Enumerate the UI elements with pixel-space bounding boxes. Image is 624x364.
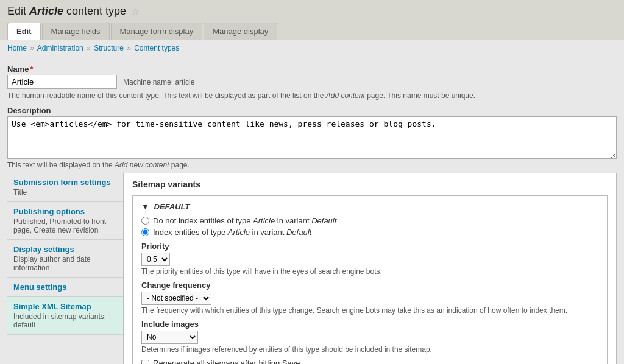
name-required-marker: * xyxy=(30,65,33,74)
name-hint: The human-readable name of this content … xyxy=(7,91,617,100)
sidebar-publishing-title: Publishing options xyxy=(13,207,117,216)
no-index-label: Do not index entities of type Article in… xyxy=(153,216,336,225)
tab-edit[interactable]: Edit xyxy=(7,23,41,40)
tab-manage-display[interactable]: Manage display xyxy=(204,23,277,40)
name-label-text: Name xyxy=(7,65,29,74)
sitemap-inner: ▼ DEFAULT Do not index entities of type … xyxy=(132,195,608,364)
breadcrumb-structure[interactable]: Structure xyxy=(94,44,124,52)
tab-manage-form-display[interactable]: Manage form display xyxy=(111,23,203,40)
breadcrumb-divider-2: » xyxy=(87,44,91,52)
two-col-layout: Submission form settings Title Publishin… xyxy=(7,173,617,364)
index-label: Index entities of type Article in varian… xyxy=(153,228,311,237)
change-freq-hint: The frequency with which entities of thi… xyxy=(141,306,598,315)
name-label: Name* xyxy=(7,65,617,74)
breadcrumb-divider-1: » xyxy=(30,44,34,52)
breadcrumb: Home » Administration » Structure » Cont… xyxy=(0,40,624,56)
sitemap-panel-title: Sitemap variants xyxy=(132,180,608,189)
page-title: Edit Article content type ☆ xyxy=(7,5,617,18)
sidebar-menu-title: Menu settings xyxy=(13,282,117,292)
sidebar-publishing-subtitle: Published, Promoted to front page, Creat… xyxy=(13,217,117,234)
radio-index: Index entities of type Article in varian… xyxy=(141,228,598,237)
regenerate-row: Regenerate all sitemaps after hitting Sa… xyxy=(141,359,598,364)
sidebar-display-subtitle: Display author and date information xyxy=(13,255,117,272)
regenerate-label-group: Regenerate all sitemaps after hitting Sa… xyxy=(153,359,377,364)
breadcrumb-home[interactable]: Home xyxy=(7,44,27,52)
sidebar-submission-title: Submission form settings xyxy=(13,178,117,187)
sidebar-item-submission[interactable]: Submission form settings Title xyxy=(7,173,123,202)
tab-bar: Edit Manage fields Manage form display M… xyxy=(7,23,617,40)
index-radio[interactable] xyxy=(141,228,149,236)
breadcrumb-divider-3: » xyxy=(127,44,131,52)
title-italic: Article xyxy=(29,5,63,17)
machine-name-label: Machine name: article xyxy=(123,78,194,86)
default-variant-label: ▼ DEFAULT xyxy=(141,202,598,211)
sidebar-sitemap-title: Simple XML Sitemap xyxy=(13,302,117,311)
sidebar-item-sitemap[interactable]: Simple XML Sitemap Included in sitemap v… xyxy=(7,297,123,335)
name-row: Machine name: article xyxy=(7,75,617,89)
name-input[interactable] xyxy=(7,75,117,89)
regenerate-label: Regenerate all sitemaps after hitting Sa… xyxy=(153,359,377,364)
sidebar-item-display[interactable]: Display settings Display author and date… xyxy=(7,240,123,278)
triangle-icon: ▼ xyxy=(141,202,149,211)
include-images-hint: Determines if images referenced by entit… xyxy=(141,345,598,354)
title-suffix: content type xyxy=(63,5,126,17)
change-freq-select[interactable]: - Not specified - Always Hourly Daily We… xyxy=(141,292,211,305)
page-wrapper: Edit Article content type ☆ Edit Manage … xyxy=(0,0,624,364)
description-textarea[interactable]: Use <em>articles</em> for time-sensitive… xyxy=(7,116,617,159)
description-hint: This text will be displayed on the Add n… xyxy=(7,161,617,169)
include-images-label: Include images xyxy=(141,320,598,329)
page-header: Edit Article content type ☆ Edit Manage … xyxy=(0,0,624,40)
title-prefix: Edit xyxy=(7,5,29,17)
radio-no-index: Do not index entities of type Article in… xyxy=(141,216,598,225)
description-label: Description xyxy=(7,106,617,115)
no-index-radio[interactable] xyxy=(141,217,149,225)
priority-hint: The priority entities of this type will … xyxy=(141,267,598,276)
change-freq-label: Change frequency xyxy=(141,281,598,290)
sidebar-item-publishing[interactable]: Publishing options Published, Promoted t… xyxy=(7,202,123,240)
sidebar-display-title: Display settings xyxy=(13,245,117,254)
sidebar-item-menu[interactable]: Menu settings xyxy=(7,278,123,297)
sidebar-sitemap-subtitle: Included in sitemap variants: default xyxy=(13,312,117,329)
priority-select[interactable]: 0.5 0.0 0.1 0.2 0.3 0.4 0.6 0.7 0.8 0.9 … xyxy=(141,253,170,266)
sidebar-submission-subtitle: Title xyxy=(13,188,117,197)
sitemap-panel: Sitemap variants ▼ DEFAULT Do not index … xyxy=(123,173,617,364)
favorite-star-icon[interactable]: ☆ xyxy=(132,7,140,16)
settings-sidebar: Submission form settings Title Publishin… xyxy=(7,173,123,364)
breadcrumb-content-types[interactable]: Content types xyxy=(134,44,179,52)
tab-manage-fields[interactable]: Manage fields xyxy=(42,23,110,40)
priority-label: Priority xyxy=(141,242,598,251)
default-label-text: DEFAULT xyxy=(154,202,190,211)
include-images-select[interactable]: No Yes Non-default xyxy=(141,331,198,344)
regenerate-checkbox[interactable] xyxy=(141,360,149,364)
breadcrumb-administration[interactable]: Administration xyxy=(37,44,83,52)
main-content: Name* Machine name: article The human-re… xyxy=(0,56,624,364)
